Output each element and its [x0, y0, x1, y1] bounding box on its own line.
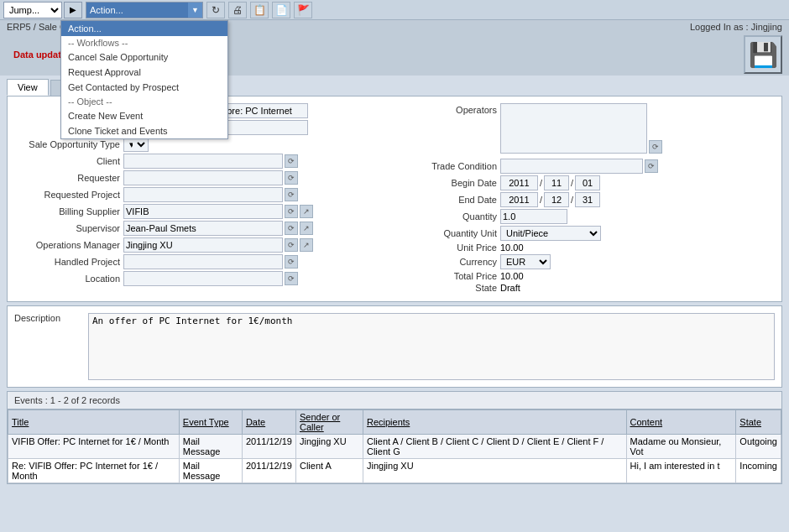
- requester-input[interactable]: [123, 170, 283, 185]
- row1-sender: Jingjing XU: [295, 435, 363, 459]
- begin-date-month[interactable]: [544, 175, 569, 190]
- col-recipients[interactable]: Recipients: [363, 410, 626, 435]
- menu-item-get-contacted[interactable]: Get Contacted by Prospect: [61, 80, 227, 95]
- description-textarea[interactable]: An offer of PC Internet for 1€/month: [88, 313, 775, 380]
- export-button[interactable]: 📄: [272, 2, 290, 18]
- end-date-day[interactable]: [575, 192, 600, 207]
- requested-project-search-icon[interactable]: ⟳: [285, 188, 298, 201]
- jump-go-button[interactable]: ▶: [64, 2, 82, 18]
- requested-project-input[interactable]: [123, 187, 283, 202]
- menu-item-request[interactable]: Request Approval: [61, 65, 227, 80]
- row1-content: Madame ou Monsieur, Vot: [626, 435, 736, 459]
- save-button[interactable]: 💾: [744, 35, 782, 74]
- requested-project-row: Requested Project ⟳: [14, 187, 389, 202]
- client-search-icon[interactable]: ⟳: [285, 154, 298, 168]
- refresh-button[interactable]: ↻: [206, 2, 225, 18]
- ops-manager-field-row: ⟳ ↗: [123, 237, 313, 253]
- trade-condition-search-icon[interactable]: ⟳: [645, 159, 658, 173]
- ops-manager-input[interactable]: [123, 237, 283, 253]
- handled-project-label: Handled Project: [14, 257, 123, 267]
- requester-search-icon[interactable]: ⟳: [285, 171, 298, 185]
- begin-date-field: / /: [500, 175, 600, 190]
- billing-supplier-field-row: ⟳ ↗: [123, 204, 313, 219]
- client-input[interactable]: [123, 154, 283, 169]
- sale-opp-type-label: Sale Opportunity Type: [14, 139, 123, 149]
- currency-row: Currency EUR: [400, 254, 775, 269]
- row2-date: 2011/12/19: [242, 459, 295, 483]
- requested-project-field-row: ⟳: [123, 187, 298, 202]
- events-table-header-row: Title Event Type Date Sender or Caller R…: [8, 410, 781, 435]
- copy-button[interactable]: 📋: [250, 2, 269, 18]
- events-table-body: VIFIB Offer: PC Internet for 1€ / Month …: [8, 435, 781, 483]
- menu-separator-object: -- Object --: [61, 95, 227, 108]
- state-label: State: [400, 283, 500, 293]
- col-title[interactable]: Title: [8, 410, 180, 435]
- trade-condition-row: Trade Condition ⟳: [400, 159, 775, 174]
- location-row: Location ⟳: [14, 271, 389, 286]
- menu-separator-workflows: -- Workflows --: [61, 36, 227, 50]
- col-date[interactable]: Date: [242, 410, 295, 435]
- table-row: VIFIB Offer: PC Internet for 1€ / Month …: [8, 435, 781, 459]
- requester-row: Requester ⟳: [14, 170, 389, 185]
- supervisor-input[interactable]: [123, 221, 283, 236]
- flag-button[interactable]: 🚩: [294, 2, 312, 18]
- begin-date-day[interactable]: [575, 175, 600, 190]
- row1-state: Outgoing: [736, 435, 781, 459]
- menu-item-cancel[interactable]: Cancel Sale Opportunity: [61, 50, 227, 65]
- col-content[interactable]: Content: [626, 410, 736, 435]
- tab-view[interactable]: View: [7, 79, 49, 96]
- billing-supplier-row: Billing Supplier ⟳ ↗: [14, 204, 389, 219]
- action-button[interactable]: Action...: [86, 2, 203, 18]
- operators-field-wrap: ⟳: [500, 103, 647, 155]
- operators-textarea[interactable]: [500, 103, 647, 154]
- billing-supplier-input[interactable]: [123, 204, 283, 219]
- location-search-icon[interactable]: ⟳: [285, 272, 298, 285]
- billing-supplier-jump-icon[interactable]: ↗: [300, 205, 313, 218]
- client-field-row: ⟳: [123, 154, 298, 169]
- end-date-month[interactable]: [544, 192, 569, 207]
- supervisor-search-icon[interactable]: ⟳: [285, 222, 298, 235]
- row1-date: 2011/12/19: [242, 435, 295, 459]
- quantity-input[interactable]: [500, 209, 567, 224]
- location-field-row: ⟳: [123, 271, 298, 286]
- jump-dropdown[interactable]: Jump...: [3, 2, 62, 18]
- events-header: Events : 1 - 2 of 2 records: [8, 392, 781, 409]
- handled-project-input[interactable]: [123, 254, 283, 269]
- quantity-label: Quantity: [400, 211, 500, 222]
- ops-manager-row: Operations Manager ⟳ ↗: [14, 237, 389, 253]
- row1-title: VIFIB Offer: PC Internet for 1€ / Month: [8, 435, 180, 459]
- location-input[interactable]: [123, 271, 283, 286]
- end-date-year[interactable]: [500, 192, 538, 207]
- action-dropdown-arrow[interactable]: ▼: [188, 2, 203, 18]
- unit-price-row: Unit Price 10.00: [400, 243, 775, 253]
- end-date-row: End Date / /: [400, 192, 775, 207]
- menu-item-create-event[interactable]: Create New Event: [61, 108, 227, 123]
- state-value: Draft: [500, 283, 520, 293]
- quantity-unit-select[interactable]: Unit/Piece: [500, 226, 601, 241]
- ops-manager-jump-icon[interactable]: ↗: [300, 238, 313, 252]
- operators-icon-btn[interactable]: ⟳: [649, 140, 662, 154]
- ops-manager-search-icon[interactable]: ⟳: [285, 238, 298, 252]
- handled-project-search-icon[interactable]: ⟳: [285, 255, 298, 269]
- toolbar: Jump... ▶ Action... ▼ ↻ 🖨 📋 📄 🚩: [0, 0, 789, 20]
- end-date-label: End Date: [400, 195, 500, 205]
- col-event-type[interactable]: Event Type: [179, 410, 242, 435]
- col-state[interactable]: State: [736, 410, 781, 435]
- begin-date-year[interactable]: [500, 175, 538, 190]
- billing-supplier-label: Billing Supplier: [14, 206, 123, 216]
- state-row: State Draft: [400, 283, 775, 293]
- col-sender[interactable]: Sender or Caller: [295, 410, 363, 435]
- quantity-unit-label: Quantity Unit: [400, 228, 500, 238]
- action-select-wrap: Action... ▼: [86, 2, 203, 18]
- menu-item-clone[interactable]: Clone Ticket and Events: [61, 123, 227, 138]
- trade-condition-label: Trade Condition: [400, 161, 500, 171]
- currency-select[interactable]: EUR: [500, 254, 551, 269]
- supervisor-jump-icon[interactable]: ↗: [300, 222, 313, 235]
- billing-supplier-search-icon[interactable]: ⟳: [285, 205, 298, 218]
- trade-condition-input[interactable]: [500, 159, 643, 174]
- events-panel: Events : 1 - 2 of 2 records Title Event …: [7, 391, 782, 484]
- print-button[interactable]: 🖨: [228, 2, 247, 18]
- row2-state: Incoming: [736, 459, 781, 483]
- menu-item-action[interactable]: Action...: [61, 21, 227, 36]
- trade-condition-field-row: ⟳: [500, 159, 658, 174]
